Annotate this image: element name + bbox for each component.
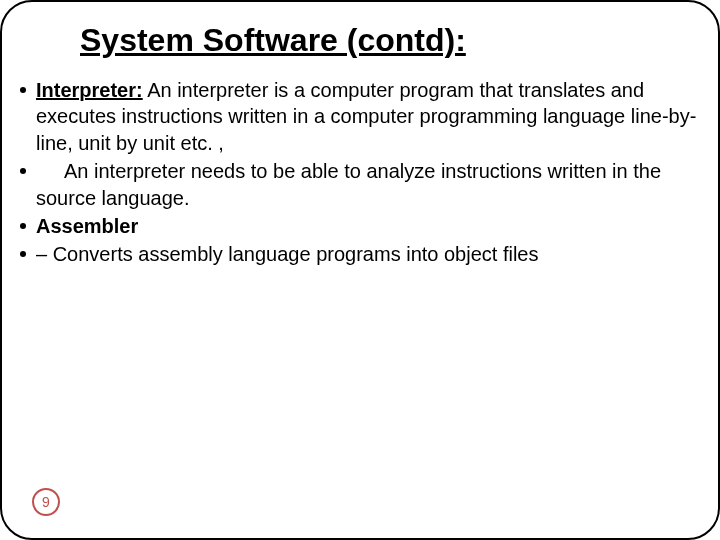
page-number-badge: 9 <box>32 488 60 516</box>
bullet-dot-icon <box>20 251 26 257</box>
term-assembler: Assembler <box>36 215 138 237</box>
bullet-item: Interpreter: An interpreter is a compute… <box>20 77 700 156</box>
page-number: 9 <box>42 494 50 510</box>
term-interpreter: Interpreter: <box>36 79 143 101</box>
text-span: – Converts assembly language programs in… <box>36 243 538 265</box>
bullet-text: Interpreter: An interpreter is a compute… <box>36 77 700 156</box>
slide-body: Interpreter: An interpreter is a compute… <box>20 77 700 268</box>
bullet-item: Assembler <box>20 213 700 239</box>
bullet-dot-icon <box>20 168 26 174</box>
slide-title: System Software (contd): <box>80 22 700 59</box>
text-span: An interpreter needs to be able to analy… <box>36 160 661 208</box>
bullet-dot-icon <box>20 223 26 229</box>
bullet-item: – Converts assembly language programs in… <box>20 241 700 267</box>
bullet-item: An interpreter needs to be able to analy… <box>20 158 700 211</box>
bullet-text: Assembler <box>36 213 700 239</box>
slide-frame: System Software (contd): Interpreter: An… <box>0 0 720 540</box>
bullet-text: – Converts assembly language programs in… <box>36 241 700 267</box>
bullet-text: An interpreter needs to be able to analy… <box>36 158 700 211</box>
bullet-dot-icon <box>20 87 26 93</box>
